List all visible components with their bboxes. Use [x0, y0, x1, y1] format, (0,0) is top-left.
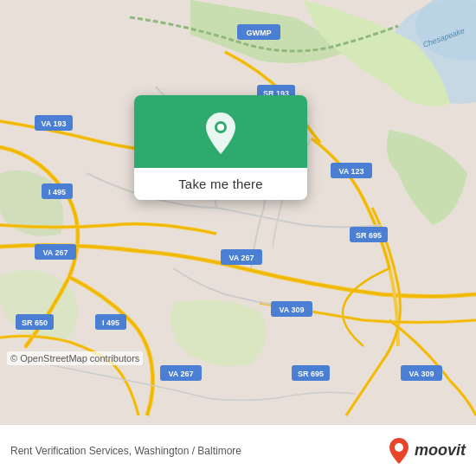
svg-text:VA 309: VA 309 [279, 306, 304, 314]
popup-green-header [134, 95, 307, 168]
svg-text:I 495: I 495 [102, 318, 119, 327]
svg-text:VA 267: VA 267 [42, 248, 68, 257]
take-me-there-button[interactable]: Take me there [161, 168, 280, 200]
svg-text:SR 695: SR 695 [298, 370, 324, 378]
svg-text:VA 309: VA 309 [408, 370, 434, 378]
location-pin-icon [202, 111, 240, 156]
svg-text:I 495: I 495 [48, 188, 66, 196]
copyright-notice: © OpenStreetMap contributors [7, 351, 143, 365]
svg-point-34 [395, 443, 403, 452]
map-container: VA 193 I 495 VA 267 SR 650 I 495 VA 267 … [0, 0, 476, 424]
location-label: Rent Verification Services, Washington /… [10, 445, 241, 457]
svg-text:SR 650: SR 650 [22, 318, 48, 327]
moovit-brand-text: moovit [415, 441, 466, 460]
svg-text:VA 267: VA 267 [228, 254, 254, 262]
popup-card: Take me there [134, 95, 307, 200]
svg-text:VA 193: VA 193 [41, 119, 66, 128]
svg-text:GWMP: GWMP [247, 29, 272, 37]
moovit-logo: moovit [387, 437, 466, 465]
svg-point-33 [217, 124, 224, 131]
bottom-bar: Rent Verification Services, Washington /… [0, 424, 476, 476]
svg-text:VA 267: VA 267 [168, 370, 193, 378]
svg-text:SR 695: SR 695 [356, 231, 382, 240]
moovit-pin-icon [387, 437, 411, 465]
svg-text:VA 123: VA 123 [338, 167, 363, 176]
